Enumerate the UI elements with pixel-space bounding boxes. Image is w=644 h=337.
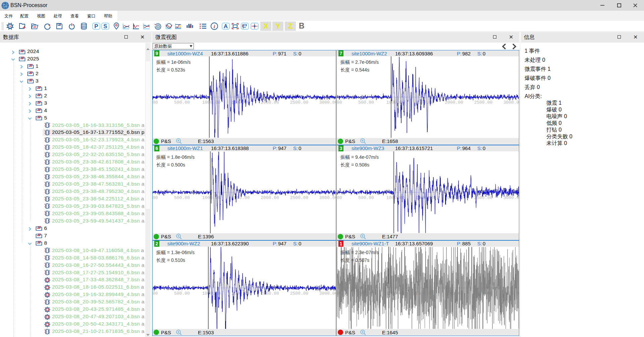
svg-text:0.00: 0.00 [153, 195, 158, 200]
svg-text:0.00: 0.00 [153, 100, 158, 105]
svg-text:3000.00: 3000.00 [503, 100, 519, 105]
svg-text:2500.00: 2500.00 [474, 100, 493, 105]
svg-text:3000.00: 3000.00 [319, 291, 336, 296]
svg-text:0.00: 0.00 [337, 195, 342, 200]
svg-text:500.00: 500.00 [174, 291, 190, 296]
svg-text:500.00: 500.00 [358, 100, 374, 105]
svg-text:3000.00: 3000.00 [503, 195, 519, 200]
svg-text:S: S [103, 23, 107, 30]
svg-text:2000.00: 2000.00 [445, 100, 463, 105]
svg-text:2500.00: 2500.00 [290, 100, 309, 105]
svg-text:2000.00: 2000.00 [261, 195, 279, 200]
svg-text:3000.00: 3000.00 [319, 100, 336, 105]
svg-text:0.00: 0.00 [337, 100, 342, 105]
svg-text:500.00: 500.00 [174, 195, 190, 200]
svg-text:500.00: 500.00 [358, 195, 374, 200]
svg-text:P: P [94, 23, 98, 30]
svg-text:500.00: 500.00 [174, 100, 190, 105]
svg-text:3000.00: 3000.00 [319, 195, 336, 200]
svg-text:1000.00: 1000.00 [202, 100, 221, 105]
svg-text:2000.00: 2000.00 [261, 291, 279, 296]
svg-text:2500.00: 2500.00 [290, 195, 309, 200]
svg-text:A: A [223, 23, 227, 30]
svg-text:i: i [214, 24, 215, 29]
svg-text:2500.00: 2500.00 [290, 291, 309, 296]
svg-text:0.00: 0.00 [153, 291, 158, 296]
svg-text:2500.00: 2500.00 [474, 195, 493, 200]
svg-text:1500.00: 1500.00 [231, 195, 250, 200]
